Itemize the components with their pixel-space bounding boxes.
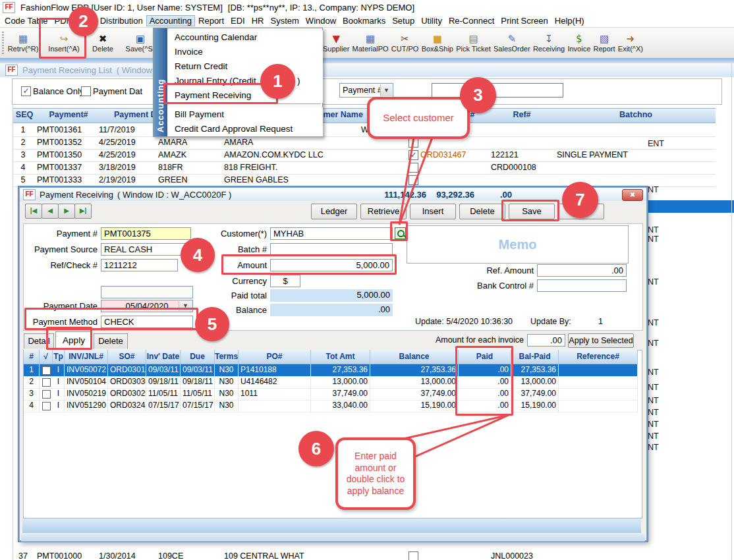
extra-field[interactable] [101, 286, 193, 298]
filter-field-select[interactable]: Payment # ▼ [339, 83, 393, 98]
memo-field[interactable]: Memo [407, 225, 629, 264]
toolbar-button-cut-po[interactable]: ✂CUT/PO [391, 29, 419, 57]
dialog-title: Payment Receiving [40, 190, 113, 200]
dialog-titlebar[interactable]: FF Payment Receiving ( Window ID : W_ACC… [20, 188, 646, 201]
menu-report[interactable]: Report [195, 15, 227, 26]
grid-cell: INV051290 [65, 400, 108, 412]
toolbar-button-pick-ticket[interactable]: ▤Pick Ticket [456, 29, 491, 57]
grid-col-inv-jnl[interactable]: INV/JNL# [65, 350, 108, 364]
menu-print-screen[interactable]: Print Screen [497, 15, 551, 26]
col-seq[interactable]: SEQ [14, 110, 34, 119]
nav-button[interactable]: |◀ [25, 204, 42, 219]
delete-button[interactable]: Delete [459, 204, 505, 219]
toolbar-button-report[interactable]: ▧Report [594, 29, 615, 57]
grid-col-terms[interactable]: Terms [215, 350, 239, 364]
ref-check-field[interactable]: 1211212 [101, 259, 178, 271]
grid-col-tot-amt[interactable]: Tot Amt [311, 350, 370, 364]
row-checkbox[interactable] [409, 138, 418, 148]
list-row[interactable]: 37PMT0010001/30/2014109CE109 CENTRAL WHA… [13, 550, 716, 560]
ledger-button[interactable]: Ledger [311, 204, 357, 219]
grid-row-checkbox[interactable] [42, 366, 51, 375]
grid-row-checkbox[interactable] [42, 378, 51, 387]
grid-col-reference[interactable]: Reference# [559, 350, 638, 364]
toolbar-button-salesorder[interactable]: ✎SalesOrder [494, 29, 530, 57]
toolbar-button-receiving[interactable]: ↧Receiving [533, 29, 565, 57]
menu-item-accounting-calendar[interactable]: Accounting Calendar [167, 30, 323, 45]
nav-button[interactable]: ◀ [42, 204, 59, 219]
toolbar-button-supplier[interactable]: ▼Supplier [323, 29, 349, 57]
list-row[interactable]: 1PMT00136111/7/2019WHAT [13, 124, 716, 137]
grid-col-po[interactable]: PO# [239, 350, 311, 364]
grid-row[interactable]: 2IINV050104ORD03036209/18/1109/18/11N30U… [24, 376, 638, 389]
grid-row[interactable]: 4IINV051290ORD03241707/15/1707/15/17N303… [24, 400, 638, 412]
menu-system[interactable]: System [268, 15, 302, 26]
grid-col-[interactable]: # [24, 350, 40, 364]
col-batchno[interactable]: Batchno [557, 110, 715, 119]
tab-delete[interactable]: Delete [94, 333, 128, 349]
menu-edi[interactable]: EDI [227, 15, 248, 26]
nav-button[interactable]: ▶| [74, 204, 92, 219]
menu-item-credit-card-approval-request[interactable]: Credit Card Approval Request [167, 122, 323, 136]
col-ref[interactable]: Ref# [491, 110, 553, 119]
payment-no-field[interactable]: PMT001375 [101, 227, 191, 240]
menu-hr[interactable]: HR [248, 15, 268, 26]
row-checkbox[interactable] [409, 163, 418, 173]
grid-col-due-date[interactable]: Due Date [181, 350, 215, 364]
chevron-down-icon[interactable]: ▼ [380, 84, 392, 96]
menu-bookmarks[interactable]: Bookmarks [339, 15, 389, 26]
grid-col-so[interactable]: SO# [108, 350, 146, 364]
row-checkbox[interactable]: ✓ [409, 150, 418, 160]
toolbar-button-retrv-r[interactable]: ▦Retrv(^R) [4, 29, 42, 57]
apply-to-selected-button[interactable]: Apply to Selected [568, 333, 634, 348]
grid-row-checkbox[interactable] [42, 390, 51, 399]
row-checkbox[interactable] [409, 551, 418, 560]
next-record-icon: ▶ [64, 207, 69, 214]
menu-setup[interactable]: Setup [389, 15, 418, 26]
mdi-frame-edge [0, 58, 734, 63]
list-row[interactable]: 3PMT0013504/25/2019AMAZKAMAZON.COM.KYDC … [13, 149, 716, 162]
payment-date-checkbox[interactable] [81, 86, 91, 96]
grid-row-checkbox[interactable] [42, 402, 51, 410]
grid-col-balance[interactable]: Balance [370, 350, 459, 364]
toolbar-button-materialpo[interactable]: ▦MaterialPO [353, 29, 389, 57]
grid-col-[interactable]: √ [40, 350, 53, 364]
toolbar-button-invoice[interactable]: $Invoice [567, 29, 590, 57]
toolbar-button-exit-x[interactable]: ➜Exit(^X) [618, 29, 643, 57]
grid-col-inv-date[interactable]: Inv' Date [146, 350, 181, 364]
close-icon[interactable]: ✖ [622, 189, 643, 201]
menu-accounting[interactable]: Accounting [146, 15, 195, 26]
filter-value-input[interactable] [432, 83, 563, 98]
menu-utility[interactable]: Utility [418, 15, 445, 26]
bank-control-field[interactable] [537, 279, 627, 292]
menu-help-h[interactable]: Help(H) [551, 15, 588, 26]
ref-amount-field[interactable]: .00 [537, 264, 627, 277]
menu-item-invoice[interactable]: Invoice [167, 45, 323, 59]
balance-only-checkbox[interactable]: ✓ [21, 86, 31, 96]
list-cell: AMARA [224, 138, 389, 147]
grid-col-tp[interactable]: Tp [53, 350, 65, 364]
grid-row[interactable]: 3IINV050219ORD03026811/05/1111/05/11N301… [24, 388, 638, 401]
payment-source-field[interactable]: REAL CASH [101, 243, 191, 256]
list-row[interactable]: 4PMT0013373/18/2019818FR818 FREIGHT.CRD0… [13, 161, 716, 175]
menu-window[interactable]: Window [302, 15, 339, 26]
insert-button[interactable]: Insert [410, 204, 456, 219]
amount-each-field[interactable]: .00 [527, 334, 565, 347]
customer-field[interactable]: MYHAB [270, 227, 393, 240]
row-checkbox[interactable] [409, 175, 418, 185]
list-row[interactable]: 5PMT0013332/19/2019GREENGREEN GABLES [13, 174, 716, 187]
toolbar-button-box-ship[interactable]: ■Box&Ship [422, 29, 453, 57]
col-payment[interactable]: Payment# [37, 110, 100, 119]
menu-distribution[interactable]: Distribution [97, 15, 146, 26]
currency-field[interactable]: $ [270, 275, 300, 287]
menu-re-connect[interactable]: Re-Connect [445, 15, 497, 26]
grid-row[interactable]: 1IINV050072ORD03018909/03/1109/03/11N30P… [24, 364, 638, 377]
menu-item-return-credit[interactable]: Return Credit [167, 59, 323, 74]
callout-circle-3: 3 [460, 77, 496, 113]
grid-cell: 37,749.00 [370, 388, 459, 400]
menu-item-bill-payment[interactable]: Bill Payment [167, 107, 323, 122]
list-row[interactable]: 2PMT0013524/25/2019AMARAAMARA [13, 136, 716, 150]
grid-col-bal-paid[interactable]: Bal-Paid [511, 350, 559, 364]
grid-cell [239, 400, 311, 412]
retrieve-button[interactable]: Retrieve [360, 204, 407, 219]
nav-button[interactable]: ▶ [58, 204, 75, 219]
